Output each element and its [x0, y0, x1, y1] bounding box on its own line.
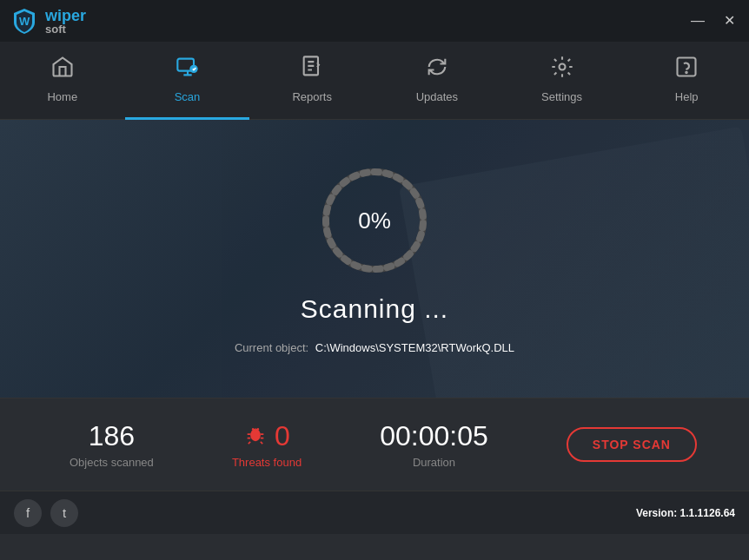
svg-point-11 [257, 428, 259, 430]
nav-scan[interactable]: Scan [125, 42, 250, 120]
facebook-button[interactable]: f [14, 499, 42, 527]
nav-reports-label: Reports [292, 90, 332, 103]
close-button[interactable]: ✕ [720, 12, 739, 30]
help-icon [674, 55, 699, 85]
logo-area: W wiper soft [10, 7, 86, 35]
nav-home-label: Home [47, 90, 77, 103]
nav-settings-label: Settings [541, 90, 582, 103]
nav-home[interactable]: Home [0, 42, 125, 120]
version-number: 1.1.1126.64 [680, 507, 735, 519]
svg-point-4 [559, 64, 565, 70]
app-name-soft: soft [45, 23, 86, 35]
social-links: f t [14, 499, 78, 527]
threats-found-value-row: 0 [243, 420, 290, 452]
bug-icon [243, 422, 268, 451]
current-object-label: Current object: [235, 341, 308, 354]
nav-scan-label: Scan [175, 90, 201, 103]
navbar: Home Scan Reports [0, 42, 749, 120]
progress-percentage: 0% [358, 207, 391, 234]
scan-icon [176, 55, 200, 85]
svg-text:W: W [19, 15, 30, 28]
nav-reports[interactable]: Reports [249, 42, 374, 120]
nav-settings[interactable]: Settings [500, 42, 625, 120]
twitter-button[interactable]: t [50, 499, 78, 527]
app-name-wiper: wiper [45, 7, 86, 24]
nav-updates-label: Updates [416, 90, 458, 103]
settings-icon [550, 55, 574, 85]
stats-bar: 186 Objects scanned 0 Threats found 00:0… [0, 398, 749, 491]
objects-scanned-value: 186 [89, 420, 135, 452]
progress-ring: 0% [318, 164, 431, 277]
nav-updates[interactable]: Updates [374, 42, 500, 120]
objects-scanned-label: Objects scanned [70, 456, 154, 469]
scan-content: 0% Scanning ... Current object: C:\Windo… [235, 164, 514, 354]
footer: f t Version: 1.1.1126.64 [0, 491, 749, 534]
logo-icon: W [10, 7, 38, 35]
scanning-status-label: Scanning ... [301, 294, 448, 324]
nav-help[interactable]: Help [624, 42, 749, 120]
svg-point-10 [252, 428, 254, 430]
svg-point-6 [686, 72, 686, 73]
titlebar: W wiper soft — ✕ [0, 0, 749, 42]
version-info: Version: 1.1.1126.64 [636, 507, 735, 519]
duration-block: 00:00:05 Duration [380, 420, 488, 469]
home-icon [50, 55, 75, 85]
objects-scanned-block: 186 Objects scanned [70, 420, 154, 469]
app-name: wiper soft [45, 8, 86, 35]
threats-found-block: 0 Threats found [232, 420, 302, 469]
duration-value: 00:00:05 [380, 420, 488, 452]
reports-icon [300, 55, 324, 85]
current-object-value: C:\Windows\SYSTEM32\RTWorkQ.DLL [315, 341, 514, 354]
version-label: Version: [636, 507, 677, 519]
stop-scan-button[interactable]: STOP SCAN [567, 427, 697, 462]
minimize-button[interactable]: — [687, 12, 708, 30]
main-scan-area: 0% Scanning ... Current object: C:\Windo… [0, 120, 749, 398]
current-object-row: Current object: C:\Windows\SYSTEM32\RTWo… [235, 341, 514, 354]
svg-point-9 [250, 429, 261, 441]
window-controls: — ✕ [687, 12, 739, 30]
threats-found-number: 0 [275, 420, 290, 452]
threats-found-label: Threats found [232, 456, 302, 469]
duration-label: Duration [413, 456, 455, 469]
nav-help-label: Help [675, 90, 699, 103]
updates-icon [425, 55, 449, 85]
